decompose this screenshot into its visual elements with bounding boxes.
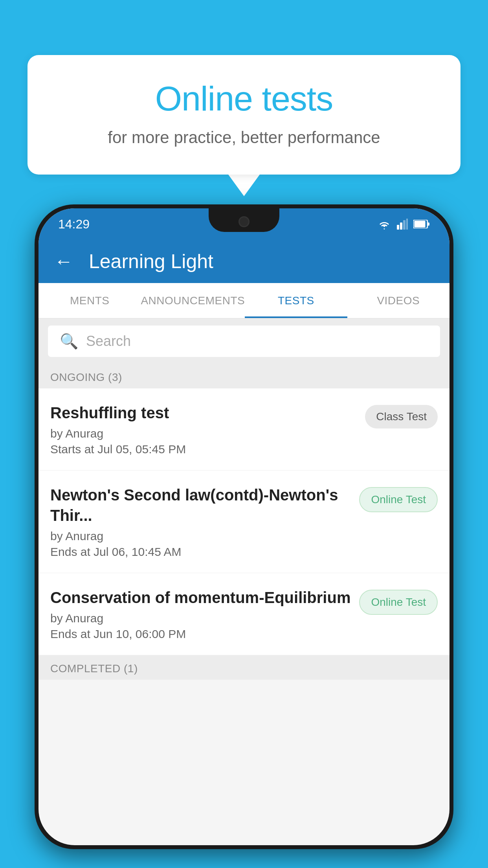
tab-videos[interactable]: VIDEOS: [347, 283, 449, 318]
app-header: ← Learning Light: [39, 240, 449, 283]
speech-bubble-title: Online tests: [59, 79, 429, 119]
test-info-3: Conservation of momentum-Equilibrium by …: [50, 587, 351, 641]
test-badge-2: Online Test: [359, 487, 438, 512]
test-title-1: Reshuffling test: [50, 403, 357, 423]
test-date-1: Starts at Jul 05, 05:45 PM: [50, 443, 357, 456]
status-bar: 14:29: [39, 208, 449, 240]
svg-rect-3: [406, 219, 408, 230]
search-icon: 🔍: [60, 333, 78, 350]
test-author-1: by Anurag: [50, 427, 357, 440]
svg-rect-2: [403, 220, 405, 230]
back-button[interactable]: ←: [54, 252, 73, 271]
search-bar[interactable]: 🔍 Search: [48, 326, 440, 357]
tabs-bar: MENTS ANNOUNCEMENTS TESTS VIDEOS: [39, 283, 449, 318]
search-input[interactable]: Search: [86, 333, 131, 349]
signal-icon: [397, 219, 408, 230]
phone-screen: 14:29: [39, 208, 449, 845]
test-info-2: Newton's Second law(contd)-Newton's Thir…: [50, 485, 351, 559]
test-badge-3: Online Test: [359, 590, 438, 615]
tab-ments[interactable]: MENTS: [39, 283, 141, 318]
svg-rect-0: [397, 225, 399, 230]
test-title-2: Newton's Second law(contd)-Newton's Thir…: [50, 485, 351, 526]
camera-dot: [238, 216, 250, 227]
completed-section-header: COMPLETED (1): [39, 655, 449, 680]
speech-bubble-section: Online tests for more practice, better p…: [28, 55, 460, 196]
test-item-1[interactable]: Reshuffling test by Anurag Starts at Jul…: [39, 388, 449, 471]
test-title-3: Conservation of momentum-Equilibrium: [50, 587, 351, 608]
phone-frame: 14:29: [35, 204, 453, 849]
app-title: Learning Light: [89, 250, 213, 273]
test-info-1: Reshuffling test by Anurag Starts at Jul…: [50, 403, 357, 456]
test-item-2[interactable]: Newton's Second law(contd)-Newton's Thir…: [39, 471, 449, 573]
test-author-3: by Anurag: [50, 612, 351, 625]
notch: [209, 208, 279, 232]
search-bar-wrapper: 🔍 Search: [39, 318, 449, 364]
ongoing-section-header: ONGOING (3): [39, 364, 449, 388]
test-author-2: by Anurag: [50, 530, 351, 543]
test-date-2: Ends at Jul 06, 10:45 AM: [50, 545, 351, 559]
test-item-3[interactable]: Conservation of momentum-Equilibrium by …: [39, 573, 449, 655]
tab-tests[interactable]: TESTS: [245, 283, 347, 318]
status-time: 14:29: [58, 217, 90, 232]
test-badge-1: Class Test: [365, 405, 438, 428]
svg-rect-1: [400, 223, 402, 230]
speech-bubble: Online tests for more practice, better p…: [28, 55, 460, 175]
svg-rect-6: [415, 221, 426, 228]
test-date-3: Ends at Jun 10, 06:00 PM: [50, 627, 351, 641]
tab-announcements[interactable]: ANNOUNCEMENTS: [141, 283, 245, 318]
test-list: Reshuffling test by Anurag Starts at Jul…: [39, 388, 449, 655]
speech-bubble-arrow: [228, 175, 260, 196]
status-icons: [377, 219, 430, 230]
battery-icon: [413, 220, 430, 228]
speech-bubble-subtitle: for more practice, better performance: [59, 128, 429, 147]
svg-rect-5: [427, 223, 429, 226]
wifi-icon: [377, 219, 391, 230]
